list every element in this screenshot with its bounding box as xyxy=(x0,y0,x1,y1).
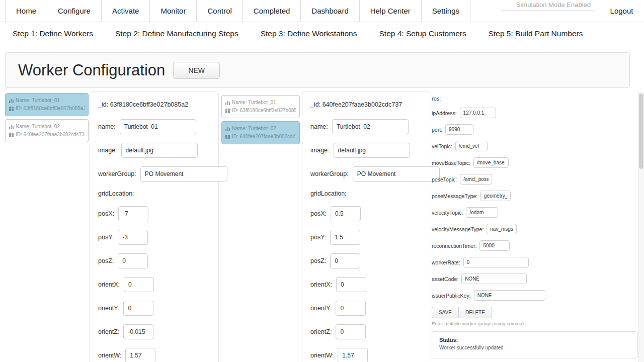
velocity-message-type-input[interactable] xyxy=(487,224,517,234)
posy-label: posY: xyxy=(98,234,114,241)
nav-activate[interactable]: Activate xyxy=(102,0,150,22)
image-input[interactable] xyxy=(121,143,198,158)
nav-menu: Home Configure Activate Monitor Control … xyxy=(5,0,470,22)
worker-item-name: Name: Turtlebot_02 xyxy=(232,125,276,133)
worker-list-item-turtlebot-02[interactable]: Name: Turtlebot_02 ID: 640fee207faae3b00… xyxy=(221,121,300,144)
nav-control[interactable]: Control xyxy=(197,0,243,22)
step-4-setup-customers[interactable]: Step 4: Setup Customers xyxy=(379,29,466,38)
worker-item-id: ID: 640fee207faae3b002cdc737 xyxy=(16,131,85,139)
grid-icon xyxy=(9,107,14,111)
save-button[interactable]: SAVE xyxy=(432,307,459,318)
pose-message-type-label: poseMessageType: xyxy=(432,193,477,199)
grid-location-label: gridLocation: xyxy=(310,190,423,197)
posx-input[interactable] xyxy=(331,206,361,221)
worker-configuration-header: Worker Configuration NEW xyxy=(5,52,630,88)
worker-rate-input[interactable] xyxy=(463,257,529,267)
image-label: image: xyxy=(98,147,117,154)
port-label: port: xyxy=(432,127,442,133)
posy-input[interactable] xyxy=(118,230,148,245)
orientw-input[interactable] xyxy=(125,348,155,362)
bar-chart-icon xyxy=(9,99,14,103)
worker-list-item-turtlebot-02[interactable]: Name: Turtlebot_02 ID: 640fee207faae3b00… xyxy=(5,119,89,142)
ip-address-input[interactable] xyxy=(460,108,496,118)
asset-code-input[interactable] xyxy=(461,274,527,284)
asset-code-label: assetCode: xyxy=(432,276,458,282)
worker-form-turtlebot-02: _id: 640fee207faae3b002cdc737 name: imag… xyxy=(302,92,431,362)
bar-chart-icon xyxy=(225,127,230,131)
issuer-public-key-label: issuerPublicKey: xyxy=(432,293,471,299)
worker-id-label: _id: 640fee207faae3b002cdc737 xyxy=(310,101,423,108)
nav-settings[interactable]: Settings xyxy=(422,0,470,22)
image-input[interactable] xyxy=(334,143,410,158)
velocity-topic-label: velocityTopic: xyxy=(432,210,463,216)
step-3-define-workstations[interactable]: Step 3: Define Workstations xyxy=(261,29,357,38)
posx-label: posX: xyxy=(98,210,114,217)
orienty-input[interactable] xyxy=(336,301,366,316)
nav-completed[interactable]: Completed xyxy=(243,0,301,22)
posz-label: posZ: xyxy=(310,257,326,264)
move-base-topic-input[interactable] xyxy=(473,157,509,168)
pose-message-type-input[interactable] xyxy=(480,191,511,201)
scrollbar-thumb[interactable] xyxy=(639,94,643,169)
nav-dashboard[interactable]: Dashboard xyxy=(301,0,359,22)
status-panel: Status: Worker successfully updated xyxy=(432,331,638,358)
worker-list-item-turtlebot-01[interactable]: Name: Turtlebot_01 ID: 63f8180ce6bff3e02… xyxy=(221,95,300,118)
ip-address-label: ipAddress: xyxy=(432,110,457,116)
step-2-define-manufacturing-steps[interactable]: Step 2: Define Manufacturing Steps xyxy=(115,29,238,38)
orientx-input[interactable] xyxy=(124,277,154,292)
nav-configure[interactable]: Configure xyxy=(47,0,102,22)
vertical-scrollbar[interactable] xyxy=(638,92,644,362)
posx-input[interactable] xyxy=(118,206,148,221)
orientw-input[interactable] xyxy=(338,348,368,362)
name-label: name: xyxy=(310,123,328,130)
name-input[interactable] xyxy=(120,119,196,134)
ros-settings-panel: ros: ipAddress: port: velTopic: moveBase… xyxy=(432,92,638,358)
reconnection-timer-input[interactable] xyxy=(479,240,510,251)
ros-section-label: ros: xyxy=(432,96,638,102)
grid-location-label: gridLocation: xyxy=(98,190,210,197)
worker-item-id: ID: 63f8180ce6bff3e027b085a2 xyxy=(16,105,85,113)
delete-button[interactable]: DELETE xyxy=(459,307,492,318)
worker-form-turtlebot-01: _id: 63f8180ce6bff3e027b085a2 name: imag… xyxy=(90,92,219,362)
status-title: Status: xyxy=(439,337,630,343)
nav-logout[interactable]: Logout xyxy=(599,0,644,22)
posz-input[interactable] xyxy=(330,253,360,268)
worker-list-left: Name: Turtlebot_01 ID: 63f8180ce6bff3e02… xyxy=(5,93,89,142)
pose-topic-label: poseTopic: xyxy=(432,176,457,183)
step-5-build-part-numbers[interactable]: Step 5: Build Part Numbers xyxy=(489,29,583,38)
grid-icon xyxy=(225,135,230,139)
orienty-input[interactable] xyxy=(123,301,153,316)
worker-item-id: ID: 640fee207faae3b002cdc737 xyxy=(232,133,296,141)
orientx-label: orientX: xyxy=(310,281,332,288)
grid-icon xyxy=(9,133,14,137)
orientz-input[interactable] xyxy=(336,324,366,339)
image-label: image: xyxy=(310,147,330,154)
step-1-define-workers[interactable]: Step 1: Define Workers xyxy=(13,29,93,38)
velocity-topic-input[interactable] xyxy=(466,207,498,218)
pose-topic-input[interactable] xyxy=(460,174,492,185)
bar-chart-icon xyxy=(225,101,230,105)
issuer-public-key-input[interactable] xyxy=(474,290,545,301)
form-actions: SAVE DELETE xyxy=(432,307,638,318)
orientx-input[interactable] xyxy=(336,277,366,292)
worker-list-middle: Name: Turtlebot_01 ID: 63f8180ce6bff3e02… xyxy=(221,95,300,144)
nav-home[interactable]: Home xyxy=(5,0,47,22)
nav-help-center[interactable]: Help Center xyxy=(360,0,422,22)
vel-topic-label: velTopic: xyxy=(432,143,452,149)
name-input[interactable] xyxy=(332,119,409,134)
worker-list-item-turtlebot-01[interactable]: Name: Turtlebot_01 ID: 63f8180ce6bff3e02… xyxy=(5,93,89,116)
worker-group-input[interactable] xyxy=(353,166,440,182)
vel-topic-input[interactable] xyxy=(455,141,488,151)
nav-monitor[interactable]: Monitor xyxy=(150,0,197,22)
posz-input[interactable] xyxy=(118,253,148,268)
worker-group-input[interactable] xyxy=(140,166,227,182)
worker-item-id: ID: 63f8180ce6bff3e027b085a2 xyxy=(232,107,296,115)
posy-input[interactable] xyxy=(330,230,360,245)
orientz-input[interactable] xyxy=(123,324,153,339)
orientx-label: orientX: xyxy=(98,281,120,288)
new-worker-button[interactable]: NEW xyxy=(173,62,220,79)
orientz-label: orientZ: xyxy=(310,328,332,335)
port-input[interactable] xyxy=(445,124,473,135)
reconnection-timer-label: reconnectionTimer: xyxy=(432,243,476,249)
steps-nav: Step 1: Define Workers Step 2: Define Ma… xyxy=(0,22,644,45)
